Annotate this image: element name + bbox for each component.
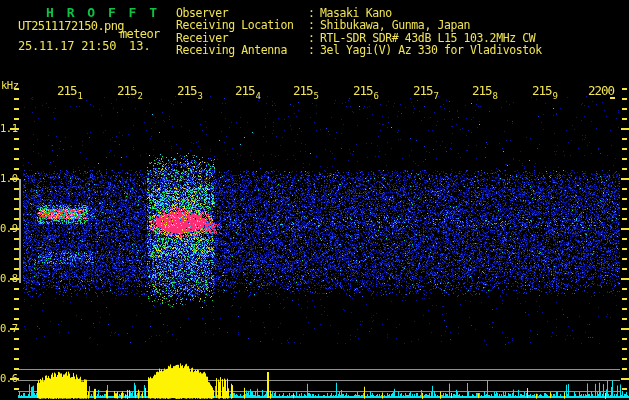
- freq-tick-label: 0.6: [0, 372, 14, 384]
- time-tick-label: 2156: [353, 83, 378, 98]
- time-tick-label: 2157: [413, 83, 438, 98]
- time-tick-label: 2159: [532, 83, 557, 98]
- time-tick-minute: 4: [256, 91, 261, 101]
- freq-tick-label: 1.1: [0, 122, 14, 134]
- hrofft-window: H R O F F T UT2511172150.png meteor 25.1…: [0, 0, 629, 400]
- time-tick-minute: 8: [493, 91, 498, 101]
- time-tick-minute: 3: [198, 91, 203, 101]
- time-tick-main: 215: [472, 83, 492, 98]
- time-tick-label: 2151: [57, 83, 82, 98]
- time-tick-label: 2154: [235, 83, 260, 98]
- time-tick-main: 215: [532, 83, 552, 98]
- time-tick-main: 215: [353, 83, 373, 98]
- time-tick-main: 215: [57, 83, 77, 98]
- time-tick-minute: 1: [78, 91, 83, 101]
- info-value: 3el Yagi(V) Az 330 for Vladivostok: [320, 43, 542, 57]
- capture-datetime: 25.11.17 21:50: [18, 39, 116, 53]
- time-tick-main: 215: [413, 83, 433, 98]
- spectrogram-canvas: [0, 0, 629, 400]
- freq-axis-unit: kHz: [1, 79, 18, 91]
- time-tick-minute: 5: [314, 91, 319, 101]
- info-separator: :: [308, 19, 320, 31]
- info-row-3: Receiving Antenna:3el Yagi(V) Az 330 for…: [176, 44, 542, 56]
- time-tick-main: 215: [177, 83, 197, 98]
- time-tick-main: 215: [235, 83, 255, 98]
- echo-count: 13.: [129, 39, 151, 53]
- time-tick-minute: 6: [374, 91, 379, 101]
- header-info-block: Observer:Masaki KanoReceiving Location:S…: [176, 7, 542, 57]
- capture-filename: UT2511172150.png: [18, 19, 124, 33]
- time-tick-label: 2153: [177, 83, 202, 98]
- freq-tick-label: 0.8: [0, 272, 14, 284]
- freq-tick-label: 0.7: [0, 322, 14, 334]
- time-tick-label: 2200: [588, 83, 614, 98]
- info-label: Receiving Location: [176, 19, 308, 31]
- time-tick-label: 2158: [472, 83, 497, 98]
- freq-tick-label: 0.9: [0, 222, 14, 234]
- app-title: H R O F F T: [46, 5, 160, 20]
- time-tick-label: 2152: [117, 83, 142, 98]
- info-separator: :: [308, 44, 320, 56]
- freq-tick-label: 1.0: [0, 172, 14, 184]
- time-tick-label: 2155: [293, 83, 318, 98]
- time-tick-minute: 2: [138, 91, 143, 101]
- time-tick-main: 215: [117, 83, 137, 98]
- time-tick-main: 2200: [588, 83, 614, 98]
- time-tick-main: 215: [293, 83, 313, 98]
- time-tick-minute: 7: [434, 91, 439, 101]
- time-tick-minute: 9: [553, 91, 558, 101]
- info-label: Receiving Antenna: [176, 44, 308, 56]
